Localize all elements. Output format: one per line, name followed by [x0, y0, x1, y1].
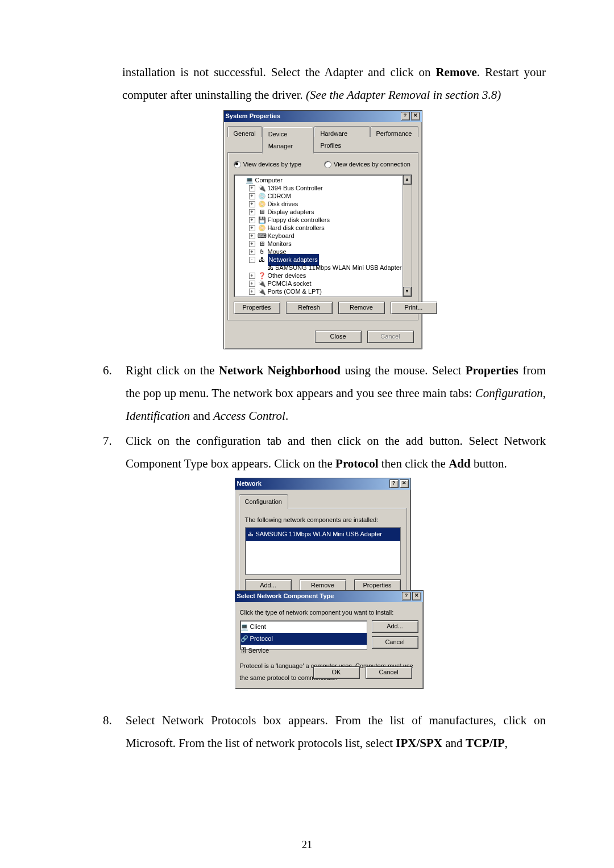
list-item-7: 7. Click on the configuration tab and th…: [99, 430, 546, 475]
refresh-button[interactable]: Refresh: [286, 302, 333, 314]
titlebar[interactable]: System Properties ? ✕: [224, 111, 422, 122]
properties-button[interactable]: Properties: [234, 302, 280, 314]
device-icon: 🖧: [258, 256, 266, 263]
close-button[interactable]: ✕: [411, 112, 420, 120]
list-item[interactable]: 🖧 SAMSUNG 11Mbps WLAN Mini USB Adapter: [246, 528, 400, 541]
list-item-protocol[interactable]: 🔗 Protocol: [240, 633, 367, 645]
service-icon: 🗄: [240, 647, 247, 654]
tab-device-manager[interactable]: Device Manager: [262, 127, 314, 153]
titlebar[interactable]: Select Network Component Type ? ✕: [235, 591, 423, 602]
protocol-icon: 🔗: [240, 635, 248, 642]
remove-button[interactable]: Remove: [338, 302, 385, 314]
cancel-button[interactable]: Cancel: [372, 636, 418, 649]
system-properties-dialog: System Properties ? ✕ General Device Man…: [223, 110, 422, 350]
device-manager-panel: View devices by type View devices by con…: [227, 152, 418, 321]
close-button[interactable]: ✕: [412, 592, 421, 600]
tree-node[interactable]: +🔊Sound, video and game controllers: [235, 295, 402, 297]
device-tree[interactable]: 💻Computer+🔌1394 Bus Controller+💿CDROM+📀D…: [234, 174, 412, 297]
add-button[interactable]: Add...: [372, 620, 418, 633]
tab-general[interactable]: General: [227, 126, 262, 137]
cancel-button[interactable]: Cancel: [366, 666, 412, 679]
dialog-title: System Properties: [226, 110, 281, 122]
expand-icon[interactable]: +: [249, 297, 255, 298]
ok-button[interactable]: OK: [313, 666, 360, 679]
list-item-client[interactable]: 💻 Client: [240, 621, 367, 633]
close-button[interactable]: ✕: [400, 479, 409, 488]
close-dialog-button[interactable]: Close: [315, 331, 362, 343]
client-icon: 💻: [240, 623, 248, 630]
help-button[interactable]: ?: [389, 479, 399, 488]
expand-icon[interactable]: +: [249, 209, 255, 215]
list-item-service[interactable]: 🗄 Service: [240, 645, 367, 657]
device-icon: 🔊: [258, 296, 266, 297]
radio-view-by-type[interactable]: View devices by type: [234, 158, 302, 170]
expand-icon[interactable]: -: [249, 257, 255, 263]
adapter-icon: 🖧: [247, 528, 254, 540]
tab-strip: General Device Manager Hardware Profiles…: [224, 122, 422, 152]
expand-icon[interactable]: +: [249, 241, 255, 247]
titlebar[interactable]: Network ? ✕: [235, 478, 410, 490]
dialog-title: Network: [237, 478, 262, 490]
dialog-title: Select Network Component Type: [237, 590, 334, 602]
scroll-down-icon[interactable]: ▼: [403, 287, 412, 297]
tab-hardware-profiles[interactable]: Hardware Profiles: [314, 126, 370, 137]
expand-icon[interactable]: +: [249, 233, 255, 239]
scroll-up-icon[interactable]: ▲: [403, 175, 412, 185]
select-label: Click the type of network component you …: [240, 607, 418, 619]
radio-view-by-connection[interactable]: View devices by connection: [324, 158, 410, 170]
component-type-list[interactable]: 💻 Client 🔗 Protocol 🗄 Service: [240, 620, 367, 650]
cancel-dialog-button: Cancel: [367, 331, 414, 343]
expand-icon[interactable]: +: [249, 225, 255, 231]
list-item-6: 6. Right click on the Network Neighborho…: [99, 360, 546, 428]
tree-node-label: Sound, video and game controllers: [268, 294, 364, 297]
expand-icon[interactable]: +: [249, 185, 255, 191]
print-button[interactable]: Print...: [391, 302, 437, 314]
installed-label: The following network components are ins…: [245, 514, 401, 526]
radio-icon: [324, 161, 331, 168]
page-number: 21: [0, 835, 614, 854]
radio-icon: [234, 161, 241, 168]
expand-icon[interactable]: +: [249, 217, 255, 223]
expand-icon[interactable]: +: [249, 201, 255, 207]
expand-icon[interactable]: +: [249, 281, 255, 287]
help-button[interactable]: ?: [402, 592, 411, 600]
expand-icon[interactable]: +: [249, 249, 255, 255]
tab-performance[interactable]: Performance: [370, 126, 418, 137]
tab-configuration[interactable]: Configuration: [239, 494, 288, 509]
installed-components-list[interactable]: 🖧 SAMSUNG 11Mbps WLAN Mini USB Adapter: [245, 527, 401, 575]
expand-icon[interactable]: +: [249, 193, 255, 199]
help-button[interactable]: ?: [401, 112, 410, 120]
intro-paragraph: installation is not successful. Select t…: [122, 61, 546, 107]
device-icon: 💻: [246, 177, 254, 183]
list-item-8: 8. Select Network Protocols box appears.…: [99, 710, 546, 755]
scrollbar[interactable]: ▲ ▼: [403, 175, 412, 297]
expand-icon[interactable]: +: [249, 289, 255, 295]
expand-icon[interactable]: +: [249, 273, 255, 279]
